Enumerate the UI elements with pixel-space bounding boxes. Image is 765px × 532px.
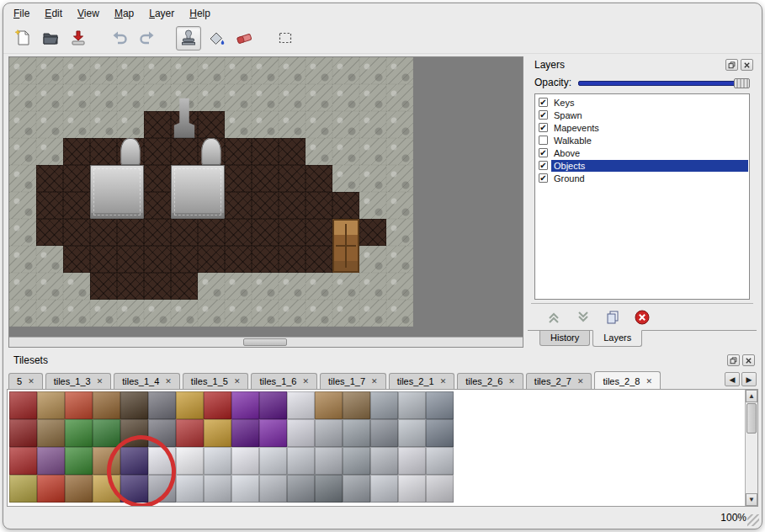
tileset-tile[interactable] (204, 391, 231, 419)
map-tile[interactable] (144, 246, 171, 273)
map-tile[interactable] (171, 219, 198, 246)
panel-tab-layers[interactable]: Layers (592, 330, 642, 347)
map-tile[interactable] (90, 219, 117, 246)
map-tile[interactable] (225, 138, 252, 165)
save-file-button[interactable] (66, 26, 91, 51)
tileset-tile[interactable] (93, 391, 120, 419)
map-tile[interactable] (305, 219, 332, 246)
layer-row-walkable[interactable]: Walkable (536, 134, 748, 146)
map-tile[interactable] (36, 219, 63, 246)
map-tile[interactable] (305, 57, 332, 84)
map-tile[interactable] (144, 273, 171, 300)
map-tile[interactable] (117, 57, 144, 84)
map-tile[interactable] (305, 111, 332, 138)
checkbox-checked-icon[interactable]: ✔ (539, 98, 548, 107)
map-tile[interactable] (36, 165, 63, 192)
tab-close-icon[interactable]: ✕ (303, 377, 310, 386)
tileset-tile[interactable] (37, 475, 65, 503)
scroll-tabs-left-button[interactable]: ◀ (725, 372, 740, 386)
map-tile[interactable] (386, 219, 413, 246)
map-tile[interactable] (117, 219, 144, 246)
float-panel-button[interactable] (725, 59, 738, 71)
map-tile[interactable] (144, 192, 171, 219)
tileset-tile[interactable] (204, 419, 231, 447)
map-tile[interactable] (386, 273, 413, 300)
map-tile[interactable] (359, 111, 386, 138)
tileset-tile[interactable] (37, 419, 65, 447)
map-tile[interactable] (36, 192, 63, 219)
map-tile[interactable] (63, 111, 90, 138)
map-tile[interactable] (198, 300, 225, 327)
map-tile[interactable] (63, 84, 90, 111)
new-file-button[interactable] (10, 26, 35, 51)
tileset-tile[interactable] (259, 391, 287, 419)
open-file-button[interactable] (38, 26, 63, 51)
tileset-tile[interactable] (398, 475, 426, 503)
map-tile[interactable] (279, 192, 305, 219)
map-tile[interactable] (359, 165, 386, 192)
scrollbar-thumb[interactable] (746, 403, 757, 434)
menu-view[interactable]: View (77, 8, 99, 19)
map-tile[interactable] (252, 165, 279, 192)
tab-close-icon[interactable]: ✕ (165, 377, 172, 386)
tab-close-icon[interactable]: ✕ (28, 377, 35, 386)
map-tile[interactable] (198, 273, 225, 300)
map-tile[interactable] (9, 84, 36, 111)
map-tile[interactable] (36, 57, 63, 84)
map-tile[interactable] (279, 300, 305, 327)
map-tile[interactable] (386, 84, 413, 111)
tileset-tile[interactable] (315, 447, 343, 475)
map-tile[interactable] (386, 246, 413, 273)
map-canvas[interactable] (9, 57, 413, 327)
duplicate-layer-button[interactable] (603, 308, 622, 327)
scroll-down-button[interactable]: ▼ (746, 493, 757, 506)
map-tile[interactable] (117, 273, 144, 300)
map-tile[interactable] (9, 111, 36, 138)
map-tile[interactable] (63, 57, 90, 84)
tileset-tile[interactable] (176, 447, 204, 475)
tileset-tile[interactable] (259, 447, 287, 475)
tileset-tile[interactable] (398, 447, 426, 475)
map-tile[interactable] (332, 111, 359, 138)
tileset-tile[interactable] (343, 391, 370, 419)
tileset-tile[interactable] (426, 419, 454, 447)
map-tile[interactable] (117, 300, 144, 327)
menu-help[interactable]: Help (189, 8, 210, 19)
map-tile[interactable] (359, 192, 386, 219)
map-tile[interactable] (252, 273, 279, 300)
tileset-tile[interactable] (287, 419, 315, 447)
tileset-tab-tiles_1_3[interactable]: tiles_1_3✕ (45, 373, 112, 389)
checkbox-checked-icon[interactable]: ✔ (539, 173, 548, 183)
stamp-tool-button[interactable] (176, 26, 201, 51)
map-tile[interactable] (36, 300, 63, 327)
tileset-tile[interactable] (370, 391, 398, 419)
map-tile[interactable] (279, 165, 305, 192)
tileset-tile[interactable] (398, 391, 426, 419)
tileset-tab-5[interactable]: 5✕ (8, 373, 43, 389)
slider-handle[interactable] (734, 78, 750, 88)
map-tile[interactable] (144, 138, 171, 165)
move-layer-down-button[interactable] (574, 308, 592, 327)
tab-close-icon[interactable]: ✕ (645, 377, 652, 386)
tileset-tile[interactable] (315, 419, 343, 447)
map-tile[interactable] (252, 111, 279, 138)
map-tile[interactable] (144, 300, 171, 327)
map-tile[interactable] (332, 57, 359, 84)
checkbox-checked-icon[interactable]: ✔ (539, 110, 548, 120)
menu-layer[interactable]: Layer (149, 8, 174, 19)
map-tile[interactable] (359, 57, 386, 84)
tileset-tile[interactable] (231, 447, 259, 475)
map-tile[interactable] (225, 219, 252, 246)
tab-close-icon[interactable]: ✕ (371, 377, 378, 386)
map-tile[interactable] (359, 219, 386, 246)
map-tile[interactable] (198, 111, 225, 138)
close-panel-button[interactable] (741, 59, 753, 71)
map-tile[interactable] (90, 246, 117, 273)
map-tile[interactable] (36, 246, 63, 273)
map-tile[interactable] (279, 273, 305, 300)
map-tile[interactable] (9, 246, 36, 273)
map-tile[interactable] (252, 219, 279, 246)
map-tile[interactable] (90, 138, 117, 165)
map-tile[interactable] (9, 57, 36, 84)
map-tile[interactable] (252, 246, 279, 273)
